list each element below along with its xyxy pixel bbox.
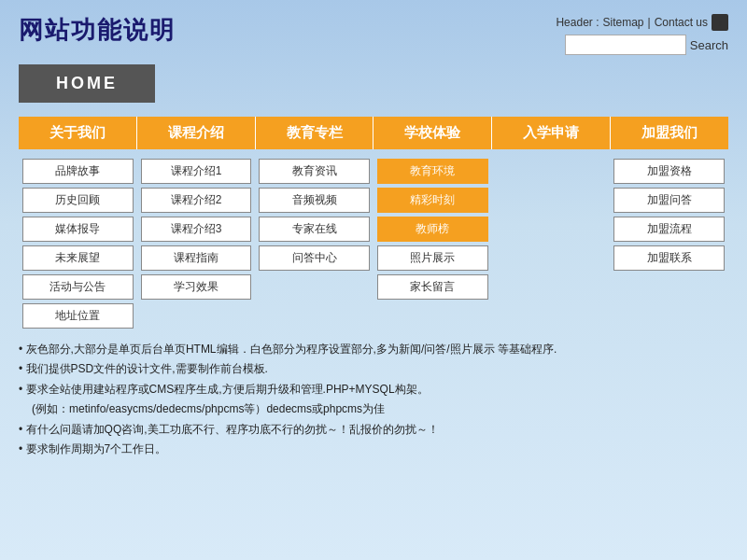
nav-item-0[interactable]: 关于我们	[19, 117, 137, 149]
submenu-item-21[interactable]: 音频视频	[259, 188, 370, 213]
nav-item-2[interactable]: 教育专栏	[256, 117, 374, 149]
submenu-item-34[interactable]: 家长留言	[377, 274, 488, 300]
submenu-item-52[interactable]: 加盟流程	[613, 217, 725, 242]
nav-item-5[interactable]: 加盟我们	[611, 117, 728, 149]
submenu-col-2: 教育资讯 音频视频 专家在线 问答中心	[255, 157, 374, 330]
submenu-item-13[interactable]: 课程指南	[141, 245, 252, 271]
submenu-item-05[interactable]: 地址位置	[22, 303, 134, 329]
submenu-col-1: 课程介绍1 课程介绍2 课程介绍3 课程指南 学习效果	[137, 157, 256, 330]
submenu-item-10[interactable]: 课程介绍1	[141, 159, 252, 184]
nav: 关于我们 课程介绍 教育专栏 学校体验 入学申请 加盟我们	[19, 117, 728, 149]
submenu-item-30[interactable]: 教育环境	[377, 159, 488, 184]
search-bar: Search	[565, 35, 728, 55]
search-input[interactable]	[565, 35, 686, 55]
submenu-item-32[interactable]: 教师榜	[377, 217, 488, 242]
submenu-item-22[interactable]: 专家在线	[259, 217, 370, 242]
submenu-item-01[interactable]: 历史回顾	[22, 188, 134, 213]
header-right: Header : Sitemap | Contact us ♪ Search	[556, 14, 728, 55]
header: 网站功能说明 Header : Sitemap | Contact us ♪ S…	[0, 0, 747, 60]
header-links: Header : Sitemap | Contact us ♪	[556, 14, 728, 31]
submenu-item-12[interactable]: 课程介绍3	[141, 217, 252, 242]
submenu-item-50[interactable]: 加盟资格	[613, 159, 725, 184]
footer-line-4: 有什么问题请加QQ咨询,美工功底不行、程序功底不行的勿扰～！乱报价的勿扰～！	[19, 420, 728, 439]
search-button[interactable]: Search	[690, 38, 728, 52]
submenu-col-4	[492, 157, 611, 330]
footer-line-5: 要求制作周期为7个工作日。	[19, 440, 728, 458]
footer-line-3: (例如：metinfo/easycms/dedecms/phpcms等）dede…	[19, 399, 728, 418]
submenu-item-33[interactable]: 照片展示	[377, 245, 488, 271]
submenu-item-03[interactable]: 未来展望	[22, 245, 134, 271]
submenu-col-3: 教育环境 精彩时刻 教师榜 照片展示 家长留言	[374, 157, 492, 330]
footer-line-1: 我们提供PSD文件的设计文件,需要制作前台模板.	[19, 359, 728, 378]
submenu-item-11[interactable]: 课程介绍2	[141, 188, 252, 213]
submenu-section: 品牌故事 历史回顾 媒体报导 未来展望 活动与公告 地址位置 课程介绍1 课程介…	[19, 157, 728, 330]
submenu-item-20[interactable]: 教育资讯	[259, 159, 370, 184]
submenu-item-00[interactable]: 品牌故事	[22, 159, 134, 184]
submenu-col-5: 加盟资格 加盟问答 加盟流程 加盟联系	[610, 157, 728, 330]
nav-item-1[interactable]: 课程介绍	[137, 117, 256, 149]
footer-line-2: 要求全站使用建站程序或CMS程序生成,方便后期升级和管理.PHP+MYSQL构架…	[19, 380, 728, 399]
submenu-item-31[interactable]: 精彩时刻	[377, 188, 488, 213]
home-button[interactable]: HOME	[19, 64, 155, 103]
contact-link[interactable]: Contact us	[655, 16, 708, 29]
submenu-item-51[interactable]: 加盟问答	[613, 188, 725, 213]
nav-item-3[interactable]: 学校体验	[374, 117, 492, 149]
site-title: 网站功能说明	[19, 14, 176, 47]
submenu-item-14[interactable]: 学习效果	[141, 274, 252, 300]
header-prefix: Header :	[556, 16, 599, 29]
submenu-col-0: 品牌故事 历史回顾 媒体报导 未来展望 活动与公告 地址位置	[19, 157, 137, 330]
home-section: HOME	[0, 60, 747, 107]
submenu-item-04[interactable]: 活动与公告	[22, 274, 134, 300]
submenu-item-53[interactable]: 加盟联系	[613, 245, 725, 271]
submenu-item-02[interactable]: 媒体报导	[22, 217, 134, 242]
nav-item-4[interactable]: 入学申请	[492, 117, 611, 149]
footer-text: 灰色部分,大部分是单页后台单页HTML编辑．白色部分为程序设置部分,多为新闻/问…	[19, 340, 728, 458]
sitemap-link[interactable]: Sitemap	[602, 16, 643, 29]
sep: |	[648, 16, 651, 29]
speaker-icon: ♪	[712, 14, 728, 31]
footer-line-0: 灰色部分,大部分是单页后台单页HTML编辑．白色部分为程序设置部分,多为新闻/问…	[19, 340, 728, 358]
submenu-item-23[interactable]: 问答中心	[259, 245, 370, 271]
